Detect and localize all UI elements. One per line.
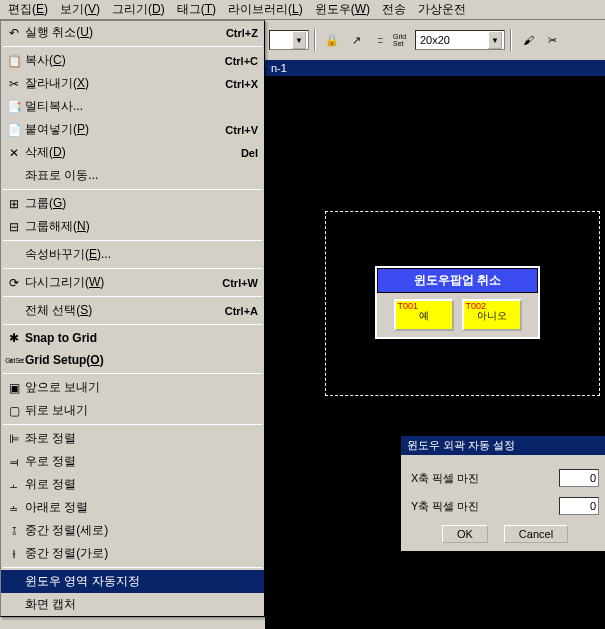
menu-item-label: 좌로 정렬 [25, 430, 258, 447]
menu-item[interactable]: ⊟그룹해제(N) [1, 215, 264, 238]
menu-item-shortcut: Ctrl+Z [226, 27, 258, 39]
menu-edit[interactable]: 편집(E) [2, 0, 54, 20]
menu-library[interactable]: 라이브러리(L) [222, 0, 309, 20]
menu-item-icon [5, 303, 23, 319]
menu-item-icon: ✂ [5, 76, 23, 92]
menu-item-label: 우로 정렬 [25, 453, 258, 470]
menu-item-icon [5, 247, 23, 263]
menu-separator [3, 296, 262, 297]
toolbar: 🔒 ↗ ::: Grid Set 20x20 🖌 ✂ [265, 25, 605, 55]
menu-item-label: Snap to Grid [25, 331, 258, 345]
menu-separator [3, 373, 262, 374]
menu-item[interactable]: 좌표로 이동... [1, 164, 264, 187]
menu-item-icon: ⊞ [5, 196, 23, 212]
menu-item-shortcut: Del [241, 147, 258, 159]
popup-no-button[interactable]: T002 아니오 [462, 299, 522, 331]
menu-view[interactable]: 보기(V) [54, 0, 106, 20]
menu-separator [3, 324, 262, 325]
menu-item-label: 전체 선택(S) [25, 302, 213, 319]
menu-item[interactable]: ⟳다시그리기(W)Ctrl+W [1, 271, 264, 294]
menu-item-label: 윈도우 영역 자동지정 [25, 573, 258, 590]
y-margin-label: Y축 픽셀 마진 [411, 499, 553, 514]
menu-item-icon: ✕ [5, 145, 23, 161]
lock-icon[interactable]: 🔒 [321, 29, 343, 51]
y-margin-input[interactable] [559, 497, 599, 515]
popup-body: T001 예 T002 아니오 [377, 293, 538, 337]
menu-item[interactable]: ⫤우로 정렬 [1, 450, 264, 473]
grid-set-icon[interactable]: Grid Set [393, 29, 413, 51]
menu-item[interactable]: 속성바꾸기(E)... [1, 243, 264, 266]
menu-item-shortcut: Ctrl+C [225, 55, 258, 67]
menu-item-icon: Grid Set [5, 352, 23, 368]
menu-item-label: 그룹해제(N) [25, 218, 258, 235]
brush-icon[interactable]: 🖌 [517, 29, 539, 51]
menu-item[interactable]: ↶실행 취소(U)Ctrl+Z [1, 21, 264, 44]
menu-item-icon: ⫨ [5, 500, 23, 516]
margin-dialog: 윈도우 외곽 자동 설정 X축 픽셀 마진 Y축 픽셀 마진 OK Cancel [400, 435, 605, 552]
pointer-icon[interactable]: ↗ [345, 29, 367, 51]
cancel-button[interactable]: Cancel [504, 525, 568, 543]
menu-item[interactable]: ⫱중간 정렬(세로) [1, 519, 264, 542]
menu-item-icon [5, 574, 23, 590]
grid-dots-icon[interactable]: ::: [369, 29, 391, 51]
menu-item-label: 아래로 정렬 [25, 499, 258, 516]
menu-separator [3, 567, 262, 568]
menu-item[interactable]: 전체 선택(S)Ctrl+A [1, 299, 264, 322]
toolbar-combo-1[interactable] [269, 30, 309, 50]
menu-item[interactable]: ⫠위로 정렬 [1, 473, 264, 496]
x-margin-input[interactable] [559, 469, 599, 487]
menu-item[interactable]: ✂잘라내기(X)Ctrl+X [1, 72, 264, 95]
menu-item-icon: 📄 [5, 122, 23, 138]
menu-item-label: 복사(C) [25, 52, 213, 69]
menu-separator [3, 240, 262, 241]
grid-size-combo[interactable]: 20x20 [415, 30, 505, 50]
menu-item-icon: ↶ [5, 25, 23, 41]
document-title: n-1 [265, 60, 605, 76]
menu-item-shortcut: Ctrl+A [225, 305, 258, 317]
menu-item-label: 중간 정렬(가로) [25, 545, 258, 562]
menu-draw[interactable]: 그리기(D) [106, 0, 171, 20]
edit-menu-dropdown: ↶실행 취소(U)Ctrl+Z📋복사(C)Ctrl+C✂잘라내기(X)Ctrl+… [0, 20, 265, 617]
menu-item[interactable]: ▢뒤로 보내기 [1, 399, 264, 422]
menu-item[interactable]: 윈도우 영역 자동지정 [1, 570, 264, 593]
tag-label: T001 [398, 302, 419, 312]
menu-item-label: Grid Setup(O) [25, 353, 258, 367]
button-label: 예 [419, 310, 429, 321]
cut-icon[interactable]: ✂ [541, 29, 563, 51]
menu-virtual[interactable]: 가상운전 [412, 0, 472, 20]
menu-item[interactable]: ⊞그룹(G) [1, 192, 264, 215]
menu-item[interactable]: ⊫좌로 정렬 [1, 427, 264, 450]
menu-item-icon: ⟳ [5, 275, 23, 291]
menu-item-label: 중간 정렬(세로) [25, 522, 258, 539]
menu-item-icon: ⫤ [5, 454, 23, 470]
menu-item-shortcut: Ctrl+V [225, 124, 258, 136]
menu-transfer[interactable]: 전송 [376, 0, 412, 20]
menu-item-icon: 📑 [5, 99, 23, 115]
menu-item[interactable]: 📄붙여넣기(P)Ctrl+V [1, 118, 264, 141]
menu-item[interactable]: ✕삭제(D)Del [1, 141, 264, 164]
menu-item-icon: ✱ [5, 330, 23, 346]
menu-item[interactable]: ⫲중간 정렬(가로) [1, 542, 264, 565]
menu-item[interactable]: 📑멀티복사... [1, 95, 264, 118]
menu-item[interactable]: ⫨아래로 정렬 [1, 496, 264, 519]
menu-item-icon: ⫠ [5, 477, 23, 493]
menu-separator [3, 424, 262, 425]
menu-item[interactable]: ✱Snap to Grid [1, 327, 264, 349]
menu-item-label: 삭제(D) [25, 144, 229, 161]
menu-item[interactable]: Grid SetGrid Setup(O) [1, 349, 264, 371]
menu-item[interactable]: 📋복사(C)Ctrl+C [1, 49, 264, 72]
toolbar-separator [510, 29, 512, 51]
menu-item-label: 위로 정렬 [25, 476, 258, 493]
menu-tag[interactable]: 태그(T) [171, 0, 222, 20]
popup-title: 윈도우팝업 취소 [377, 268, 538, 293]
ok-button[interactable]: OK [442, 525, 488, 543]
popup-yes-button[interactable]: T001 예 [394, 299, 454, 331]
menu-item-icon [5, 597, 23, 613]
menu-item-label: 앞으로 보내기 [25, 379, 258, 396]
menu-item-label: 멀티복사... [25, 98, 258, 115]
menu-window[interactable]: 윈도우(W) [309, 0, 376, 20]
menu-item[interactable]: 화면 캡처 [1, 593, 264, 616]
menu-item[interactable]: ▣앞으로 보내기 [1, 376, 264, 399]
menu-item-label: 다시그리기(W) [25, 274, 210, 291]
toolbar-separator [314, 29, 316, 51]
